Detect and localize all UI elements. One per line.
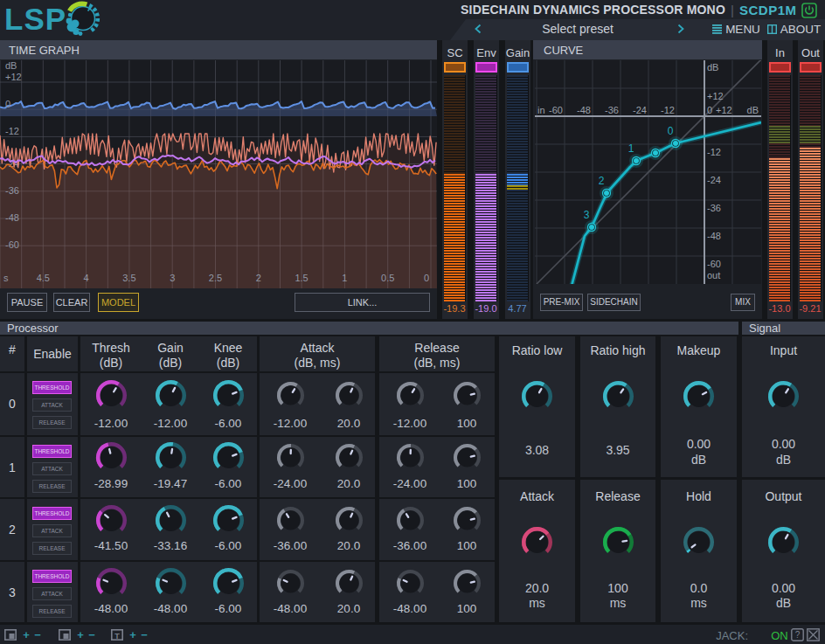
svg-text:?: ? [795, 630, 801, 640]
svg-text:2.5: 2.5 [209, 273, 222, 283]
svg-text:2: 2 [256, 273, 261, 283]
svg-text:1: 1 [628, 142, 634, 155]
svg-text:-24: -24 [633, 105, 647, 115]
svg-text:0.5: 0.5 [381, 273, 394, 283]
svg-text:+12: +12 [716, 105, 732, 115]
svg-text:-48: -48 [5, 212, 19, 223]
svg-text:dB: dB [747, 105, 759, 115]
svg-text:-60: -60 [5, 239, 19, 250]
svg-text:4.5: 4.5 [37, 273, 50, 283]
svg-text:2: 2 [599, 175, 605, 187]
svg-text:-60: -60 [707, 259, 721, 269]
svg-text:+12: +12 [5, 72, 22, 82]
svg-text:3: 3 [584, 209, 590, 221]
svg-text:4: 4 [84, 273, 89, 283]
svg-text:dB: dB [707, 62, 718, 73]
svg-text:1.5: 1.5 [295, 273, 308, 283]
svg-text:-36: -36 [5, 185, 19, 196]
svg-text:1: 1 [342, 273, 347, 283]
svg-text:0: 0 [668, 125, 674, 137]
svg-text:-48: -48 [707, 231, 721, 241]
svg-text:-12: -12 [5, 126, 19, 136]
svg-text:0: 0 [5, 99, 10, 109]
svg-text:dB: dB [5, 60, 17, 71]
svg-text:-48: -48 [577, 105, 591, 115]
svg-text:-24: -24 [707, 175, 721, 185]
svg-text:0: 0 [707, 105, 712, 115]
svg-text:out: out [707, 270, 720, 280]
svg-text:s: s [3, 273, 9, 283]
svg-text:in: in [537, 105, 545, 115]
svg-text:0: 0 [424, 273, 429, 283]
svg-text:-12: -12 [707, 147, 721, 157]
svg-text:-60: -60 [549, 105, 563, 115]
svg-text:3: 3 [170, 273, 175, 283]
svg-text:3.5: 3.5 [122, 273, 135, 283]
svg-text:+12: +12 [707, 91, 724, 101]
svg-text:-36: -36 [605, 105, 619, 115]
svg-text:-36: -36 [707, 203, 721, 213]
svg-text:-12: -12 [661, 105, 675, 115]
svg-text:T: T [114, 632, 120, 641]
